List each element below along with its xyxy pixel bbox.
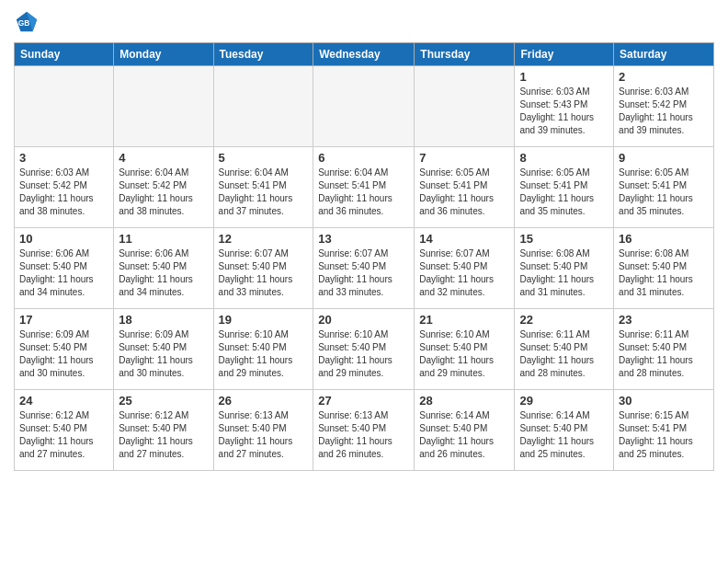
weekday-header-tuesday: Tuesday bbox=[213, 43, 313, 66]
day-number: 5 bbox=[219, 151, 309, 165]
weekday-header-thursday: Thursday bbox=[415, 43, 515, 66]
day-number: 18 bbox=[119, 313, 208, 327]
day-number: 28 bbox=[419, 394, 509, 408]
week-row-4: 17Sunrise: 6:09 AMSunset: 5:40 PMDayligh… bbox=[15, 309, 714, 390]
weekday-header-monday: Monday bbox=[114, 43, 213, 66]
day-info: Sunrise: 6:13 AMSunset: 5:40 PMDaylight:… bbox=[219, 409, 309, 461]
day-number: 11 bbox=[119, 232, 208, 246]
weekday-header-sunday: Sunday bbox=[15, 43, 114, 66]
day-number: 30 bbox=[619, 394, 709, 408]
day-number: 10 bbox=[19, 232, 108, 246]
calendar-cell: 14Sunrise: 6:07 AMSunset: 5:40 PMDayligh… bbox=[415, 228, 515, 309]
day-number: 2 bbox=[619, 70, 709, 84]
day-number: 3 bbox=[19, 151, 108, 165]
calendar-cell: 25Sunrise: 6:12 AMSunset: 5:40 PMDayligh… bbox=[114, 390, 213, 471]
day-number: 25 bbox=[119, 394, 208, 408]
day-info: Sunrise: 6:06 AMSunset: 5:40 PMDaylight:… bbox=[119, 247, 208, 299]
calendar-cell: 18Sunrise: 6:09 AMSunset: 5:40 PMDayligh… bbox=[114, 309, 213, 390]
calendar-cell: 20Sunrise: 6:10 AMSunset: 5:40 PMDayligh… bbox=[313, 309, 415, 390]
calendar-cell: 10Sunrise: 6:06 AMSunset: 5:40 PMDayligh… bbox=[15, 228, 114, 309]
day-number: 29 bbox=[519, 394, 609, 408]
calendar-cell: 8Sunrise: 6:05 AMSunset: 5:41 PMDaylight… bbox=[515, 147, 614, 228]
calendar-cell bbox=[114, 66, 213, 147]
day-number: 4 bbox=[119, 151, 208, 165]
calendar-cell: 4Sunrise: 6:04 AMSunset: 5:42 PMDaylight… bbox=[114, 147, 213, 228]
day-number: 7 bbox=[419, 151, 509, 165]
calendar-cell: 16Sunrise: 6:08 AMSunset: 5:40 PMDayligh… bbox=[614, 228, 714, 309]
day-info: Sunrise: 6:03 AMSunset: 5:42 PMDaylight:… bbox=[619, 86, 709, 137]
calendar-cell: 3Sunrise: 6:03 AMSunset: 5:42 PMDaylight… bbox=[15, 147, 114, 228]
calendar-cell: 21Sunrise: 6:10 AMSunset: 5:40 PMDayligh… bbox=[415, 309, 515, 390]
day-number: 8 bbox=[519, 151, 609, 165]
day-number: 21 bbox=[419, 313, 509, 327]
calendar-cell bbox=[313, 66, 415, 147]
day-number: 6 bbox=[318, 151, 409, 165]
calendar-cell: 5Sunrise: 6:04 AMSunset: 5:41 PMDaylight… bbox=[213, 147, 313, 228]
day-number: 24 bbox=[19, 394, 108, 408]
calendar-cell: 17Sunrise: 6:09 AMSunset: 5:40 PMDayligh… bbox=[15, 309, 114, 390]
weekday-header-friday: Friday bbox=[515, 43, 614, 66]
day-info: Sunrise: 6:05 AMSunset: 5:41 PMDaylight:… bbox=[619, 167, 709, 218]
calendar-cell: 26Sunrise: 6:13 AMSunset: 5:40 PMDayligh… bbox=[213, 390, 313, 471]
calendar-cell bbox=[213, 66, 313, 147]
calendar-cell: 7Sunrise: 6:05 AMSunset: 5:41 PMDaylight… bbox=[415, 147, 515, 228]
page-header: GB bbox=[14, 9, 714, 35]
week-row-2: 3Sunrise: 6:03 AMSunset: 5:42 PMDaylight… bbox=[15, 147, 714, 228]
day-info: Sunrise: 6:10 AMSunset: 5:40 PMDaylight:… bbox=[419, 328, 509, 380]
day-info: Sunrise: 6:15 AMSunset: 5:41 PMDaylight:… bbox=[619, 409, 709, 461]
day-info: Sunrise: 6:05 AMSunset: 5:41 PMDaylight:… bbox=[419, 167, 509, 218]
day-info: Sunrise: 6:07 AMSunset: 5:40 PMDaylight:… bbox=[219, 247, 309, 299]
calendar-cell: 19Sunrise: 6:10 AMSunset: 5:40 PMDayligh… bbox=[213, 309, 313, 390]
day-number: 20 bbox=[318, 313, 409, 327]
day-info: Sunrise: 6:07 AMSunset: 5:40 PMDaylight:… bbox=[318, 247, 409, 299]
day-number: 15 bbox=[519, 232, 609, 246]
day-number: 26 bbox=[219, 394, 309, 408]
day-info: Sunrise: 6:03 AMSunset: 5:43 PMDaylight:… bbox=[519, 86, 609, 137]
day-info: Sunrise: 6:05 AMSunset: 5:41 PMDaylight:… bbox=[519, 167, 609, 218]
day-info: Sunrise: 6:08 AMSunset: 5:40 PMDaylight:… bbox=[519, 247, 609, 299]
day-info: Sunrise: 6:13 AMSunset: 5:40 PMDaylight:… bbox=[318, 409, 409, 461]
day-info: Sunrise: 6:10 AMSunset: 5:40 PMDaylight:… bbox=[219, 328, 309, 380]
day-info: Sunrise: 6:14 AMSunset: 5:40 PMDaylight:… bbox=[519, 409, 609, 461]
day-number: 27 bbox=[318, 394, 409, 408]
day-number: 13 bbox=[318, 232, 409, 246]
day-info: Sunrise: 6:10 AMSunset: 5:40 PMDaylight:… bbox=[318, 328, 409, 380]
logo: GB bbox=[14, 9, 43, 35]
day-info: Sunrise: 6:11 AMSunset: 5:40 PMDaylight:… bbox=[619, 328, 709, 380]
day-info: Sunrise: 6:12 AMSunset: 5:40 PMDaylight:… bbox=[19, 409, 108, 461]
day-info: Sunrise: 6:14 AMSunset: 5:40 PMDaylight:… bbox=[419, 409, 509, 461]
calendar-cell: 1Sunrise: 6:03 AMSunset: 5:43 PMDaylight… bbox=[515, 66, 614, 147]
day-number: 22 bbox=[519, 313, 609, 327]
day-info: Sunrise: 6:04 AMSunset: 5:41 PMDaylight:… bbox=[219, 167, 309, 218]
calendar-cell: 30Sunrise: 6:15 AMSunset: 5:41 PMDayligh… bbox=[614, 390, 714, 471]
day-info: Sunrise: 6:09 AMSunset: 5:40 PMDaylight:… bbox=[119, 328, 208, 380]
day-info: Sunrise: 6:06 AMSunset: 5:40 PMDaylight:… bbox=[19, 247, 108, 299]
calendar-cell bbox=[415, 66, 515, 147]
day-info: Sunrise: 6:08 AMSunset: 5:40 PMDaylight:… bbox=[619, 247, 709, 299]
calendar-cell: 12Sunrise: 6:07 AMSunset: 5:40 PMDayligh… bbox=[213, 228, 313, 309]
calendar-cell bbox=[15, 66, 114, 147]
day-number: 17 bbox=[19, 313, 108, 327]
weekday-header-wednesday: Wednesday bbox=[313, 43, 415, 66]
day-number: 23 bbox=[619, 313, 709, 327]
calendar-cell: 29Sunrise: 6:14 AMSunset: 5:40 PMDayligh… bbox=[515, 390, 614, 471]
logo-icon: GB bbox=[14, 9, 40, 35]
calendar-cell: 13Sunrise: 6:07 AMSunset: 5:40 PMDayligh… bbox=[313, 228, 415, 309]
calendar-cell: 24Sunrise: 6:12 AMSunset: 5:40 PMDayligh… bbox=[15, 390, 114, 471]
calendar-cell: 22Sunrise: 6:11 AMSunset: 5:40 PMDayligh… bbox=[515, 309, 614, 390]
day-info: Sunrise: 6:09 AMSunset: 5:40 PMDaylight:… bbox=[19, 328, 108, 380]
day-number: 1 bbox=[519, 70, 609, 84]
day-number: 12 bbox=[219, 232, 309, 246]
day-info: Sunrise: 6:04 AMSunset: 5:42 PMDaylight:… bbox=[119, 167, 208, 218]
calendar-cell: 2Sunrise: 6:03 AMSunset: 5:42 PMDaylight… bbox=[614, 66, 714, 147]
week-row-3: 10Sunrise: 6:06 AMSunset: 5:40 PMDayligh… bbox=[15, 228, 714, 309]
calendar-cell: 27Sunrise: 6:13 AMSunset: 5:40 PMDayligh… bbox=[313, 390, 415, 471]
day-info: Sunrise: 6:07 AMSunset: 5:40 PMDaylight:… bbox=[419, 247, 509, 299]
calendar-cell: 11Sunrise: 6:06 AMSunset: 5:40 PMDayligh… bbox=[114, 228, 213, 309]
calendar-cell: 15Sunrise: 6:08 AMSunset: 5:40 PMDayligh… bbox=[515, 228, 614, 309]
weekday-header-saturday: Saturday bbox=[614, 43, 714, 66]
calendar-cell: 23Sunrise: 6:11 AMSunset: 5:40 PMDayligh… bbox=[614, 309, 714, 390]
day-number: 14 bbox=[419, 232, 509, 246]
calendar: SundayMondayTuesdayWednesdayThursdayFrid… bbox=[14, 42, 714, 471]
week-row-1: 1Sunrise: 6:03 AMSunset: 5:43 PMDaylight… bbox=[15, 66, 714, 147]
